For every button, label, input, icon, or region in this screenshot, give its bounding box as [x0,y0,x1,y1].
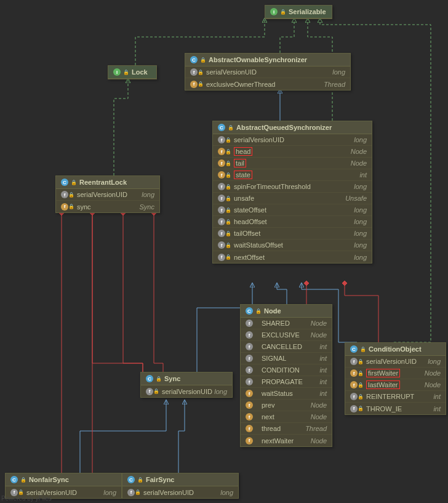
lock-icon: 🔒 [18,489,24,496]
field-name: EXCLUSIVE [262,331,311,339]
field-name: headOffset [234,218,354,225]
field-row: f 🔒 lastWaiter Node [345,379,446,391]
field-name: head [234,148,351,155]
field-icon: f [246,390,253,397]
field-icon: f [246,401,253,409]
lock-icon: 🔒 [358,382,364,388]
class-icon: C [246,307,253,315]
class-header: C 🔒 FairSync [122,473,238,486]
lock-icon [253,320,259,326]
field-icon: f [246,437,253,445]
field-icon: f [127,489,135,496]
interface-icon: I [113,68,121,76]
field-row: f CANCELLED int [241,341,332,353]
field-type: long [354,254,367,261]
class-lock[interactable]: I 🔒 Lock [108,65,157,79]
field-name: unsafe [234,195,345,202]
field-name: serialVersionUID [366,358,428,365]
field-icon: f [218,171,225,179]
field-name: nextOffset [234,254,354,261]
field-row: f waitStatus int [241,388,332,400]
field-type: Node [425,381,441,388]
lock-icon: 🔒 [225,172,231,178]
lock-icon: 🔒 [198,81,204,87]
field-type: long [103,489,116,496]
class-reentrant[interactable]: C 🔒 ReentrantLock f 🔒 serialVersionUID l… [55,175,160,213]
field-name: stateOffset [234,206,354,214]
lock-icon [253,402,259,408]
class-sync[interactable]: C 🔒 Sync f 🔒 serialVersionUID long [140,372,233,398]
field-type: int [319,343,327,350]
field-row: f 🔒 tail Node [213,158,372,169]
field-row: f 🔒 serialVersionUID long [185,66,350,78]
class-fair[interactable]: C 🔒 FairSync f 🔒 serialVersionUID long [122,473,239,499]
lock-icon: 🔒 [200,57,206,63]
field-type: Node [351,148,367,155]
field-icon: f [246,425,253,432]
lock-icon [253,344,259,350]
field-row: f CONDITION int [241,364,332,376]
class-aqs[interactable]: C 🔒 AbstractQueuedSynchronizer f 🔒 seria… [212,121,372,264]
field-type: long [142,191,154,198]
lock-icon [253,425,259,432]
class-icon: C [350,345,358,353]
lock-icon: 🔒 [68,191,74,198]
field-icon: f [190,81,198,88]
class-cond[interactable]: C 🔒 ConditionObject f 🔒 serialVersionUID… [345,342,446,415]
lock-icon: 🔒 [135,489,141,496]
class-node[interactable]: C 🔒 Node f SHARED Node f EXCLUSIVE Node … [240,304,332,447]
field-icon: f [218,195,225,202]
class-header: C 🔒 NonfairSync [6,473,121,486]
class-title: Node [264,307,281,315]
field-icon: f [246,366,253,374]
field-name: serialVersionUID [206,68,332,76]
lock-icon: 🔒 [225,160,231,166]
lock-icon: 🔒 [156,376,162,382]
field-icon: f [61,191,68,198]
field-type: int [433,405,441,412]
class-title: Lock [132,68,148,76]
class-title: ConditionObject [369,345,422,353]
field-name: exclusiveOwnerThread [206,81,324,88]
field-row: f 🔒 head Node [213,146,372,158]
field-row: f 🔒 firstWaiter Node [345,368,446,379]
field-type: long [332,68,345,76]
field-icon: f [218,206,225,214]
lock-icon [253,414,259,420]
field-name: tailOffset [234,230,354,237]
field-name: waitStatusOffset [234,241,354,249]
class-serializable[interactable]: I 🔒 Serializable [265,5,332,19]
lock-icon: 🔒 [360,346,366,352]
lock-icon [253,367,259,373]
field-icon: f [246,413,253,421]
field-type: Node [311,413,327,421]
field-name: spinForTimeoutThreshold [234,183,354,190]
field-type: Node [425,369,441,377]
field-type: int [433,393,441,400]
field-type: long [354,206,367,214]
class-aos[interactable]: C 🔒 AbstractOwnableSynchronizer f 🔒 seri… [185,53,351,91]
field-row: f 🔒 spinForTimeoutThreshold long [213,181,372,193]
field-icon: f [190,68,198,76]
lock-icon: 🔒 [280,9,286,15]
field-icon: f [218,218,225,225]
field-name: serialVersionUID [77,191,142,198]
class-title: AbstractOwnableSynchronizer [209,56,307,63]
field-icon: f [246,378,253,385]
lock-icon: 🔒 [225,148,231,155]
lock-icon [253,390,259,396]
field-row: f EXCLUSIVE Node [241,329,332,341]
class-header: C 🔒 Sync [141,372,232,385]
field-type: long [354,218,367,225]
lock-icon: 🔒 [255,308,262,314]
field-icon: f [218,148,225,155]
field-row: f 🔒 state int [213,169,372,181]
field-row: f 🔒 REINTERRUPT int [345,391,446,403]
lock-icon: 🔒 [225,137,231,143]
field-row: f 🔒 exclusiveOwnerThread Thread [185,78,350,90]
lock-icon: 🔒 [225,219,231,225]
field-row: f 🔒 serialVersionUID long [213,134,372,146]
field-row: f 🔒 serialVersionUID long [345,356,446,368]
field-row: f 🔒 THROW_IE int [345,403,446,414]
field-type: long [428,358,441,365]
